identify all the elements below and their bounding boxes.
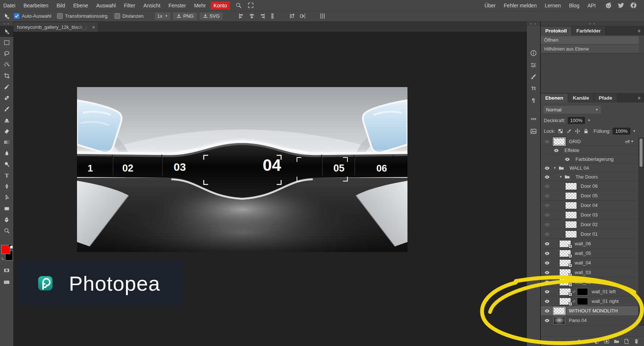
layer-effects-badge[interactable]: eff▼ <box>625 137 634 146</box>
visibility-toggle[interactable] <box>541 193 553 199</box>
layer-row[interactable]: wall_03 <box>541 268 638 277</box>
layer-thumbnail[interactable] <box>565 183 577 190</box>
layer-thumbnail[interactable] <box>559 278 571 286</box>
keyboard-icon[interactable] <box>3 279 11 286</box>
type-tool[interactable]: T <box>0 170 13 181</box>
new-layer-icon[interactable] <box>623 338 630 345</box>
history-step[interactable]: Öffnen <box>541 36 639 44</box>
folder-icon[interactable] <box>613 338 620 345</box>
visibility-toggle[interactable] <box>541 289 553 295</box>
path-select-tool[interactable] <box>0 192 13 203</box>
collapse-arrow-icon[interactable]: ▼ <box>559 175 562 179</box>
layer-thumbnail[interactable] <box>559 298 571 305</box>
layer-row[interactable]: Effekte <box>541 146 638 155</box>
checkbox-unchecked-icon[interactable] <box>57 13 63 19</box>
menu-fenster[interactable]: Fenster <box>164 3 190 8</box>
layer-row[interactable]: wall_01 right <box>541 297 638 306</box>
chevron-down-icon[interactable]: ▼ <box>631 140 634 143</box>
layer-thumbnail[interactable] <box>553 307 565 315</box>
panel-brush-settings-button[interactable] <box>527 72 540 82</box>
layer-row[interactable]: wall_05 <box>541 249 638 258</box>
account-button[interactable]: Konto <box>211 1 230 10</box>
layer-row[interactable]: Door 03 <box>541 210 638 220</box>
canvas-area[interactable]: 1 02 03 04 05 06 Photopea <box>13 32 527 346</box>
default-colors-icon[interactable] <box>8 244 13 248</box>
document-tab[interactable]: honeycomb_gallery_12k_black_pa × <box>14 23 98 32</box>
visibility-toggle[interactable] <box>541 231 553 237</box>
chevron-down-icon[interactable]: ▼ <box>588 119 591 122</box>
crop-tool[interactable] <box>0 70 13 81</box>
visibility-toggle[interactable] <box>541 270 553 276</box>
visibility-toggle[interactable] <box>541 260 553 266</box>
fullscreen-icon[interactable] <box>247 2 254 9</box>
zoom-tool[interactable] <box>0 225 13 236</box>
layer-thumbnail-image[interactable] <box>553 317 565 324</box>
layer-thumbnail[interactable] <box>559 259 571 267</box>
visibility-toggle[interactable] <box>541 165 553 171</box>
panel-menu-icon[interactable]: ≡ <box>638 28 640 35</box>
menu-über[interactable]: Über <box>481 3 500 8</box>
layer-row[interactable]: ▼The Doors <box>541 173 638 181</box>
blur-tool[interactable] <box>0 148 13 159</box>
align-center-h-icon[interactable] <box>248 13 255 20</box>
align-left-icon[interactable] <box>238 13 245 20</box>
color-swatches[interactable] <box>1 244 13 262</box>
panel-text-tool-button[interactable]: Tt <box>527 83 540 94</box>
checkbox-checked-icon[interactable] <box>14 13 20 19</box>
visibility-toggle[interactable] <box>541 203 553 208</box>
layer-thumbnail[interactable] <box>565 231 577 238</box>
visibility-toggle[interactable] <box>552 148 561 153</box>
layer-row[interactable]: GRIDeff▼ <box>541 137 638 146</box>
layer-row[interactable]: wall_02 <box>541 277 638 287</box>
quick-mask-icon[interactable] <box>3 267 11 274</box>
visibility-toggle[interactable] <box>563 156 572 162</box>
layer-thumbnail[interactable] <box>565 192 577 200</box>
menu-api[interactable]: API <box>583 3 600 8</box>
panel-paragraph-button[interactable]: ¶ <box>527 95 540 105</box>
layer-thumbnail[interactable] <box>565 202 577 209</box>
menu-lernen[interactable]: Lernen <box>541 3 565 8</box>
layer-mask-thumbnail[interactable] <box>577 298 588 305</box>
layer-row[interactable]: Door 05 <box>541 191 638 201</box>
toolbox-collapse[interactable]: > < <box>0 21 13 26</box>
layer-row[interactable]: wall_01 left <box>541 287 638 297</box>
zoom-select[interactable]: 1x ▼ <box>155 13 171 20</box>
menu-bild[interactable]: Bild <box>52 3 69 8</box>
panel-info-button[interactable] <box>527 48 540 58</box>
layer-thumbnail[interactable] <box>553 138 565 145</box>
layer-row[interactable]: Farbüberlagerung <box>541 155 638 164</box>
link-icon[interactable] <box>575 338 581 345</box>
layer-mask-thumbnail[interactable] <box>577 288 588 295</box>
strip-collapse[interactable]: < > <box>527 21 540 26</box>
adjustment-icon[interactable] <box>594 338 600 345</box>
menu-ansicht[interactable]: Ansicht <box>139 3 164 8</box>
collapse-arrow-icon[interactable]: ▼ <box>553 166 556 170</box>
brush-tool[interactable] <box>0 103 13 114</box>
menu-filter[interactable]: Filter <box>120 3 139 8</box>
panel-sliders-button[interactable] <box>527 60 540 70</box>
layer-row[interactable]: Door 01 <box>541 229 638 239</box>
checkbox-unchecked-icon[interactable] <box>115 13 120 19</box>
mask-icon[interactable] <box>603 338 610 345</box>
tab-farbfelder[interactable]: Farbfelder <box>572 27 605 35</box>
lock-transparency-icon[interactable] <box>557 128 564 134</box>
align-right-icon[interactable] <box>259 13 266 20</box>
swap-colors-icon[interactable] <box>1 256 6 262</box>
lock-pixels-icon[interactable] <box>566 128 572 134</box>
visibility-toggle[interactable] <box>541 298 553 304</box>
layer-thumbnail[interactable] <box>559 240 571 248</box>
align-box-right-icon[interactable] <box>299 13 306 20</box>
menu-ebene[interactable]: Ebene <box>69 3 92 8</box>
twitter-icon[interactable] <box>617 1 625 9</box>
visibility-toggle[interactable] <box>541 174 553 180</box>
layers-scrollbar-thumb[interactable] <box>640 139 643 167</box>
history-step[interactable]: Hilfslinien aus Ebene <box>541 45 639 53</box>
tab-protokoll[interactable]: Protokoll <box>541 27 571 35</box>
blend-mode-select[interactable]: Normal ▼ <box>543 106 601 114</box>
magic-wand-tool[interactable] <box>0 59 13 70</box>
dodge-tool[interactable] <box>0 159 13 170</box>
layer-row[interactable]: Door 06 <box>541 181 638 191</box>
pen-tool[interactable] <box>0 181 13 192</box>
menu-fehler-melden[interactable]: Fehler melden <box>500 3 541 8</box>
clone-stamp-tool[interactable] <box>0 114 13 125</box>
